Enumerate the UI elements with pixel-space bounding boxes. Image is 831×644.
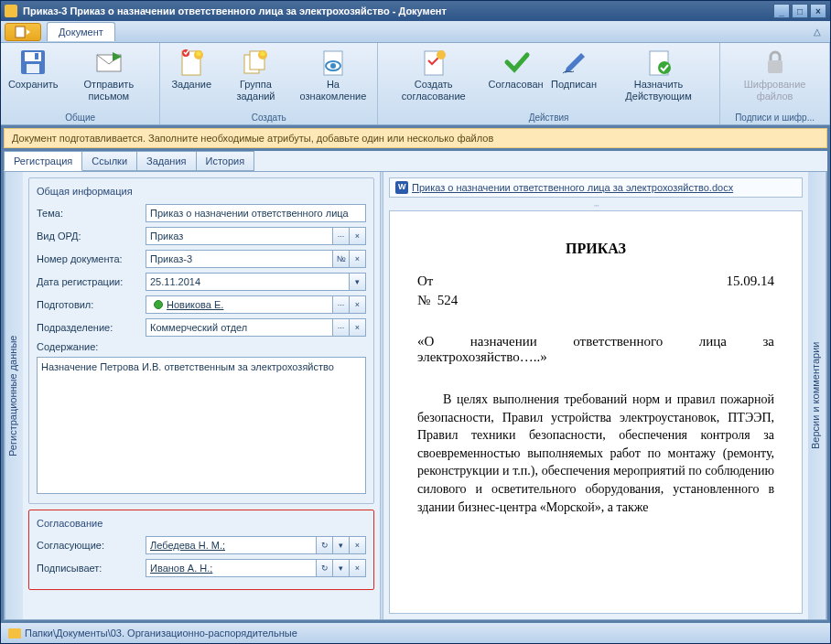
ribbon-group-common-label: Общие <box>6 111 154 124</box>
ord-type-input[interactable] <box>146 227 333 245</box>
svg-rect-4 <box>35 53 38 59</box>
word-icon <box>395 181 408 194</box>
task-group-label: Группа заданий <box>226 79 285 102</box>
author-clear-button[interactable]: × <box>350 295 366 314</box>
close-button[interactable]: × <box>810 4 826 18</box>
docnum-label: Номер документа: <box>37 253 142 264</box>
task-group-button[interactable]: Группа заданий <box>221 45 290 105</box>
docnum-input[interactable] <box>146 250 333 268</box>
encrypt-button: Шифрование файлов <box>726 45 824 105</box>
doc-number-label: № <box>417 293 430 307</box>
signed-button[interactable]: Подписан <box>548 45 599 93</box>
side-tab-registration-data[interactable]: Регистрационные данные <box>5 172 23 619</box>
author-label: Подготовил: <box>37 299 142 310</box>
app-menu-button[interactable] <box>5 23 41 41</box>
review-button[interactable]: На ознакомление <box>295 45 372 105</box>
signer-label: Подписывает: <box>37 563 142 574</box>
tab-history[interactable]: История <box>196 151 255 171</box>
assign-current-icon <box>644 48 674 77</box>
save-button[interactable]: Сохранить <box>6 45 59 93</box>
side-tab-versions[interactable]: Версии и комментарии <box>808 172 826 619</box>
approved-button[interactable]: Согласован <box>487 45 545 93</box>
svg-rect-3 <box>27 64 39 73</box>
approvers-clear-button[interactable]: × <box>350 536 366 554</box>
doc-subject: «О назначении ответственного лица за эле… <box>417 334 774 365</box>
content-label: Содержание: <box>37 341 142 352</box>
minimize-button[interactable]: _ <box>773 4 790 18</box>
ribbon: Сохранить Отправить письмом Общие Задани… <box>1 43 830 125</box>
svg-rect-19 <box>768 60 782 73</box>
task-icon <box>177 48 206 77</box>
statusbar: Папки\Документы\03. Организационно-распо… <box>1 623 830 643</box>
approval-panel: Согласование Согласующие: ↻ ▾ × Подписыв… <box>28 510 374 590</box>
approvers-input[interactable] <box>146 536 317 554</box>
ribbon-group-actions: Создать согласование Согласован Подписан… <box>378 43 720 124</box>
general-info-panel: Общая информация Тема: Вид ОРД: ··· × Но… <box>28 177 374 504</box>
ord-type-label: Вид ОРД: <box>37 231 142 242</box>
svg-point-16 <box>437 50 446 59</box>
subject-input[interactable] <box>146 204 366 222</box>
dept-browse-button[interactable]: ··· <box>333 318 350 337</box>
status-path: Папки\Документы\03. Организационно-распо… <box>25 628 297 639</box>
approved-label: Согласован <box>489 79 544 91</box>
tab-links[interactable]: Ссылки <box>81 151 137 171</box>
regdate-input[interactable] <box>146 273 350 291</box>
encrypt-label: Шифрование файлов <box>731 79 818 102</box>
review-label: На ознакомление <box>300 79 367 102</box>
dept-clear-button[interactable]: × <box>350 318 366 337</box>
svg-rect-2 <box>25 52 41 61</box>
tab-registration[interactable]: Регистрация <box>4 151 82 171</box>
ord-type-clear-button[interactable]: × <box>350 227 366 245</box>
menu-strip: Документ △ <box>1 21 830 43</box>
content-textarea[interactable]: Назначение Петрова И.В. ответственным за… <box>37 357 366 494</box>
titlebar: Приказ-3 Приказ о назначении ответственн… <box>1 1 830 21</box>
signer-clear-button[interactable]: × <box>350 559 366 577</box>
docnum-clear-button[interactable]: × <box>350 250 366 268</box>
create-approval-icon <box>419 48 448 77</box>
docnum-number-button[interactable]: № <box>333 250 350 268</box>
author-browse-button[interactable]: ··· <box>333 295 350 314</box>
ribbon-group-common: Сохранить Отправить письмом Общие <box>1 43 160 124</box>
signer-input[interactable] <box>146 559 317 577</box>
svg-rect-0 <box>16 27 25 38</box>
signer-dropdown-button[interactable]: ▾ <box>333 559 350 577</box>
app-window: Приказ-3 Приказ о назначении ответственн… <box>0 0 831 644</box>
doc-date: 15.09.14 <box>727 274 775 289</box>
doc-from-label: От <box>417 274 433 289</box>
ribbon-group-sign: Шифрование файлов Подписи и шифр... <box>720 43 830 124</box>
regdate-dropdown-button[interactable]: ▾ <box>350 273 366 291</box>
app-menu-icon <box>15 26 31 38</box>
create-approval-button[interactable]: Создать согласование <box>383 45 483 105</box>
approvers-dropdown-button[interactable]: ▾ <box>333 536 350 554</box>
window-title: Приказ-3 Приказ о назначении ответственн… <box>23 5 773 16</box>
signer-refresh-button[interactable]: ↻ <box>317 559 333 577</box>
app-icon <box>5 5 17 17</box>
ord-type-browse-button[interactable]: ··· <box>333 227 350 245</box>
approved-icon <box>502 48 531 77</box>
lock-icon <box>761 48 790 77</box>
mail-icon <box>94 48 124 77</box>
svg-point-18 <box>658 61 671 74</box>
ribbon-group-sign-label: Подписи и шифр... <box>726 111 824 124</box>
review-icon <box>318 48 348 77</box>
dept-input[interactable] <box>146 318 333 337</box>
author-status-icon <box>154 300 163 309</box>
assign-current-button[interactable]: Назначить Действующим <box>603 45 714 105</box>
document-preview: ПРИКАЗ От 15.09.14 № 524 «О назначении о… <box>389 210 803 614</box>
approvers-refresh-button[interactable]: ↻ <box>317 536 333 554</box>
task-button[interactable]: Задание <box>166 45 217 93</box>
preview-file-link[interactable]: Приказ о назначении ответственного лица … <box>389 177 803 198</box>
tab-tasks[interactable]: Задания <box>136 151 196 171</box>
assign-current-label: Назначить Действующим <box>609 79 708 102</box>
save-icon <box>18 48 48 77</box>
task-group-icon <box>241 48 270 77</box>
drag-handle-icon[interactable]: ┄ <box>389 201 803 210</box>
tab-document[interactable]: Документ <box>47 22 115 41</box>
preview-filename: Приказ о назначении ответственного лица … <box>412 182 733 193</box>
signed-icon <box>559 48 588 77</box>
author-value[interactable]: Новикова Е. <box>167 299 223 310</box>
maximize-button[interactable]: □ <box>792 4 808 18</box>
send-mail-button[interactable]: Отправить письмом <box>63 45 154 105</box>
doc-number: 524 <box>437 293 459 307</box>
collapse-ribbon-button[interactable]: △ <box>808 27 826 37</box>
